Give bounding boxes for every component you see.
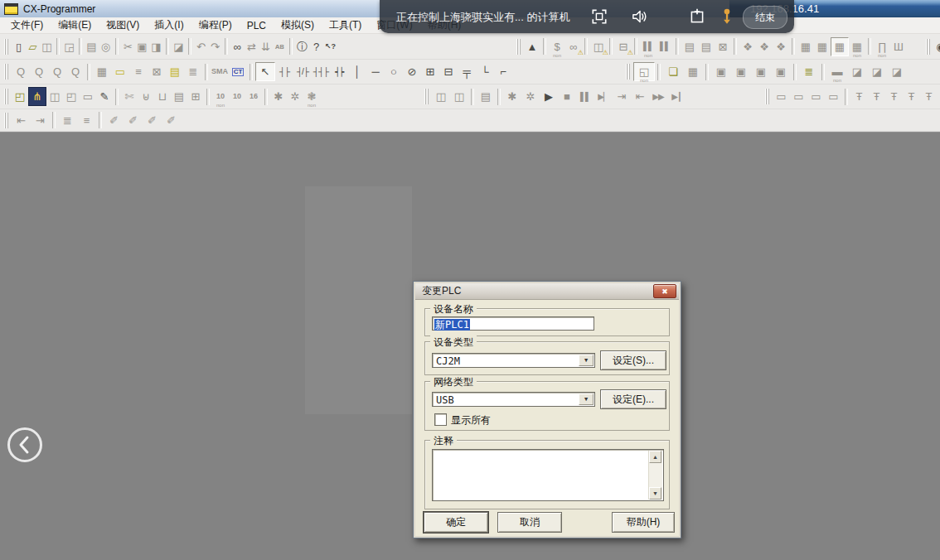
io-bit-monitor-icon[interactable]: Ш <box>890 38 907 56</box>
cross-reference-popup-icon[interactable]: ◫ <box>46 88 63 105</box>
monitor-mode-icon[interactable]: $ <box>549 38 565 56</box>
clear-bookmarks-icon[interactable]: ✐ <box>162 112 181 129</box>
monitor-data-3-icon[interactable]: ▣ <box>751 63 771 80</box>
open-file-icon[interactable]: ▱ <box>26 38 40 56</box>
network-type-settings-button[interactable]: 设定(E)... <box>600 389 666 409</box>
watch-monitor-icon[interactable]: ∞ <box>565 38 582 56</box>
address-incremental-copy-icon[interactable]: ▦ <box>683 63 703 80</box>
clipped-toolbar-icon[interactable]: ◉ <box>933 38 940 56</box>
go-to-rung-icon[interactable]: ≡ <box>77 112 96 129</box>
new-window-button[interactable] <box>686 7 708 27</box>
previous-bookmark-icon[interactable]: ✐ <box>143 112 162 129</box>
help-icon[interactable]: ? <box>309 38 323 56</box>
timing-chart-3-icon[interactable]: Ŧ <box>885 88 903 105</box>
toolbar-drag-handle[interactable] <box>516 39 521 55</box>
new-file-icon[interactable]: ▯ <box>12 38 26 56</box>
used-report-icon[interactable]: ✄ <box>121 88 138 105</box>
new-closed-contact-icon[interactable]: ┤/├ <box>293 63 312 80</box>
print-icon[interactable]: ▤ <box>85 38 99 56</box>
download-to-plc-icon[interactable]: ▤ <box>681 38 698 56</box>
close-view-4-icon[interactable]: ◪ <box>887 63 907 80</box>
cancel-button[interactable]: 取消 <box>497 512 562 533</box>
symbol-table-icon[interactable]: ≣ <box>799 63 819 80</box>
mnemonic-view-icon[interactable]: ⋔ <box>28 87 46 106</box>
device-type-select[interactable]: CJ2M <box>432 353 595 368</box>
compare-with-plc-icon[interactable]: ▤ <box>477 88 495 105</box>
toolbar-drag-handle[interactable] <box>626 64 630 80</box>
edit-line-icon[interactable]: ╤ <box>458 63 476 80</box>
transfer-program-icon[interactable]: ◫ <box>432 88 450 105</box>
ct-view-icon[interactable]: CT <box>229 63 247 80</box>
rung-shortcut-icon[interactable]: ▤ <box>166 63 184 80</box>
toolbar-drag-handle[interactable] <box>926 39 930 55</box>
plc-settings-icon[interactable]: ▦ <box>814 38 831 56</box>
chevron-down-icon[interactable] <box>579 355 594 366</box>
find-icon[interactable]: ∞ <box>230 38 245 56</box>
network-type-select[interactable]: USB <box>432 392 595 407</box>
step-run-icon[interactable]: ∏ <box>874 38 890 56</box>
scan-run-icon[interactable]: ▶┃ <box>667 88 686 105</box>
signed-decimal-monitor-icon[interactable]: 10 <box>229 88 245 105</box>
toolbar-drag-handle[interactable] <box>765 89 769 104</box>
next-bookmark-icon[interactable]: ✐ <box>124 112 143 129</box>
comment-textarea[interactable] <box>432 449 664 501</box>
dialog-titlebar[interactable]: 变更PLC <box>415 283 679 300</box>
symbol-bar-icon[interactable]: ⊠ <box>148 63 166 80</box>
new-closed-or-contact-icon[interactable]: ┥┝ <box>330 63 348 80</box>
grid-toggle-icon[interactable]: ▦ <box>93 63 111 80</box>
menu-program[interactable]: 编程(P) <box>191 17 240 34</box>
work-online-icon[interactable]: ◫ <box>590 38 607 56</box>
scroll-up-icon[interactable] <box>649 451 661 463</box>
io-comment-view-icon[interactable]: ⊞ <box>187 88 204 105</box>
info-icon[interactable]: ⓘ <box>295 38 309 56</box>
partial-compare-icon[interactable]: ❖ <box>773 38 789 56</box>
rung-comment-list-icon[interactable]: ≣ <box>58 112 77 129</box>
redo-icon[interactable]: ↷ <box>208 38 222 56</box>
paste-special-icon[interactable]: ◪ <box>172 38 186 56</box>
compile-check-icon[interactable]: ◲ <box>62 38 76 56</box>
cross-reference-report-icon[interactable]: ⊎ <box>138 88 154 105</box>
continuous-step-icon[interactable]: ▶▶ <box>649 88 667 105</box>
new-instruction-icon[interactable]: ⊞ <box>421 63 439 80</box>
run-icon[interactable]: ▶ <box>540 88 558 105</box>
scroll-down-icon[interactable] <box>649 487 661 500</box>
timing-chart-5-icon[interactable]: Ŧ <box>920 88 938 105</box>
timing-chart-1-icon[interactable]: Ŧ <box>850 88 868 105</box>
paste-icon[interactable]: ◨ <box>149 38 163 56</box>
step-icon[interactable]: ▶▏ <box>594 88 613 105</box>
menu-view[interactable]: 视图(V) <box>99 17 147 34</box>
window-split-icon[interactable]: ◰ <box>63 88 80 105</box>
monitor-toggle-icon[interactable]: ✲ <box>521 88 540 105</box>
help-button[interactable]: 帮助(H) <box>612 512 675 533</box>
upload-from-plc-icon[interactable]: ▤ <box>698 38 715 56</box>
comment-scrollbar[interactable] <box>648 451 662 500</box>
watch-window-icon[interactable]: ◱ <box>633 62 655 81</box>
menu-file[interactable]: 文件(F) <box>3 17 51 34</box>
toolbar-drag-handle[interactable] <box>4 64 8 80</box>
hex-monitor-icon[interactable]: 16 <box>245 88 262 105</box>
output-window-icon[interactable]: ❏ <box>663 63 683 80</box>
decimal-monitor-icon[interactable]: 10 <box>212 88 229 105</box>
toolbar-drag-handle[interactable] <box>4 89 8 104</box>
toolbar-drag-handle[interactable] <box>4 113 8 128</box>
zoom-fit-icon[interactable]: Q <box>48 63 66 80</box>
close-view-3-icon[interactable]: ◪ <box>867 63 887 80</box>
device-type-settings-button[interactable]: 设定(S)... <box>600 350 666 370</box>
context-help-icon[interactable]: ↖? <box>323 38 337 56</box>
stop-icon[interactable]: ■ <box>558 88 576 105</box>
show-all-checkbox[interactable] <box>434 413 447 426</box>
compare-program-icon[interactable]: ⊠ <box>715 38 731 56</box>
save-file-icon[interactable]: ◫ <box>40 38 54 56</box>
zoom-custom-icon[interactable]: Q <box>66 63 85 80</box>
pause-simulator-icon[interactable]: ▌▌ <box>640 38 657 56</box>
statement-list-icon[interactable]: ≡ <box>129 63 148 80</box>
delete-line-icon[interactable]: ⌐ <box>494 63 512 80</box>
timing-chart-2-icon[interactable]: Ŧ <box>868 88 885 105</box>
partial-download-icon[interactable]: ❖ <box>739 38 756 56</box>
new-inverted-instruction-icon[interactable]: ⊟ <box>439 63 458 80</box>
memory-view-icon[interactable]: ▦ <box>831 37 849 56</box>
force-on-icon[interactable]: ✱ <box>270 88 287 105</box>
set-bookmark-icon[interactable]: ✐ <box>104 112 124 129</box>
cut-icon[interactable]: ✂ <box>121 38 135 56</box>
fullscreen-button[interactable] <box>589 7 610 27</box>
